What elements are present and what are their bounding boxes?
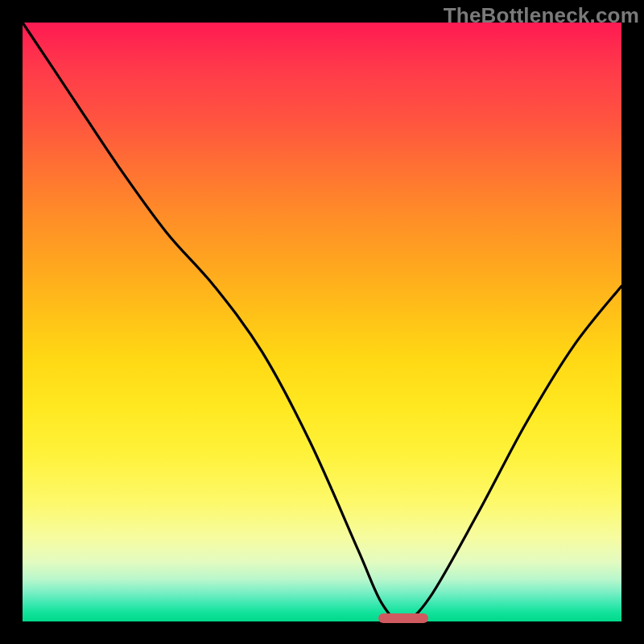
chart-frame: TheBottleneck.com xyxy=(0,0,644,644)
bottleneck-curve xyxy=(23,23,621,621)
watermark-text: TheBottleneck.com xyxy=(444,3,639,28)
curve-path xyxy=(23,23,621,621)
optimum-marker xyxy=(378,613,428,623)
